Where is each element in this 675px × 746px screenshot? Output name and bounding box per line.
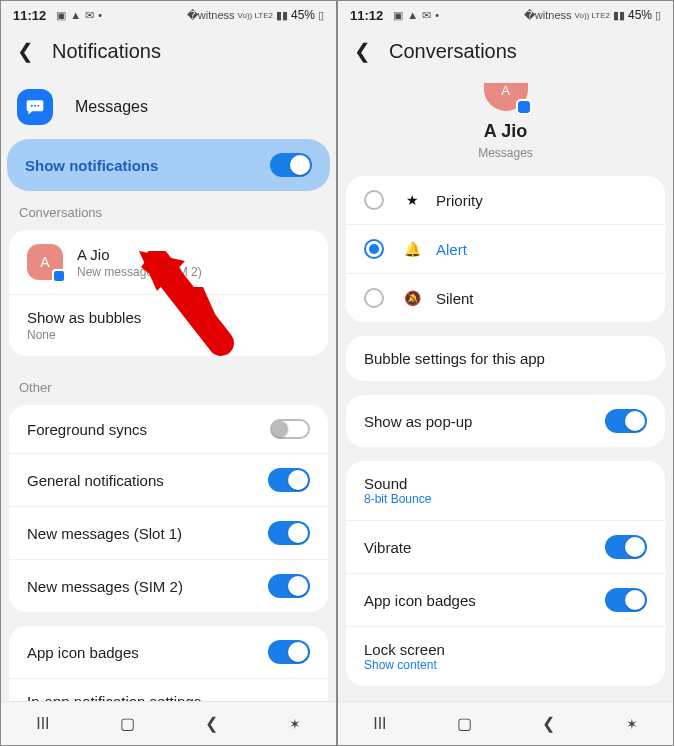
general-notifications-toggle[interactable] <box>268 468 310 492</box>
slot1-row[interactable]: New messages (Slot 1) <box>9 506 328 559</box>
recents-button[interactable]: III <box>36 715 49 733</box>
status-bar: 11:12 ▣ ▲ ✉ • �witness Vo)) LTE2 ▮▮ 45% … <box>338 1 673 29</box>
section-other: Other <box>1 366 336 401</box>
alert-option[interactable]: 🔔 Alert <box>346 224 665 273</box>
foreground-syncs-row[interactable]: Foreground syncs <box>9 405 328 453</box>
conversation-hero: A A Jio Messages <box>338 79 673 172</box>
bubble-settings-row[interactable]: Bubble settings for this app <box>346 336 665 381</box>
alert-radio[interactable] <box>364 239 384 259</box>
app-icon-badges-row[interactable]: App icon badges <box>9 626 328 678</box>
lock-row[interactable]: Lock screen Show content <box>346 626 665 686</box>
badges-row[interactable]: App icon badges <box>346 573 665 626</box>
svg-point-1 <box>34 105 36 107</box>
phone-left: 11:12 ▣ ▲ ✉ • �witness Vo)) LTE2 ▮▮ 45% … <box>0 0 337 746</box>
nav-bar: III ▢ ❮ ✶ <box>338 701 673 745</box>
back-icon[interactable]: ❮ <box>354 39 371 63</box>
clock: 11:12 <box>13 8 46 23</box>
slot1-toggle[interactable] <box>268 521 310 545</box>
conversation-row[interactable]: A A Jio New messages (SIM 2) <box>9 230 328 294</box>
header: ❮ Conversations <box>338 29 673 79</box>
avatar-badge-icon <box>52 269 66 283</box>
other-card: Foreground syncs General notifications N… <box>9 405 328 612</box>
bell-off-icon: 🔕 <box>402 290 422 306</box>
header: ❮ Notifications <box>1 29 336 79</box>
general-notifications-row[interactable]: General notifications <box>9 453 328 506</box>
popup-row[interactable]: Show as pop-up <box>346 395 665 447</box>
avatar: A <box>27 244 63 280</box>
priority-radio[interactable] <box>364 190 384 210</box>
slot1-label: New messages (Slot 1) <box>27 525 268 542</box>
vibrate-toggle[interactable] <box>605 535 647 559</box>
foreground-syncs-label: Foreground syncs <box>27 421 270 438</box>
sim2-toggle[interactable] <box>268 574 310 598</box>
more-icon: • <box>435 9 439 21</box>
battery-text: 45% <box>291 8 315 22</box>
popup-card: Show as pop-up <box>346 395 665 447</box>
vibrate-row[interactable]: Vibrate <box>346 520 665 573</box>
back-button[interactable]: ❮ <box>542 714 555 733</box>
popup-label: Show as pop-up <box>364 413 605 430</box>
priority-label: Priority <box>436 192 647 209</box>
net-label: Vo)) LTE2 <box>575 11 610 20</box>
sound-row[interactable]: Sound 8-bit Bounce <box>346 461 665 520</box>
phone-right: 11:12 ▣ ▲ ✉ • �witness Vo)) LTE2 ▮▮ 45% … <box>337 0 674 746</box>
general-notifications-label: General notifications <box>27 472 268 489</box>
notif-icon: ▣ <box>56 9 66 22</box>
bubble-settings-card: Bubble settings for this app <box>346 336 665 381</box>
accessibility-button[interactable]: ✶ <box>626 716 638 732</box>
priority-option[interactable]: ★ Priority <box>346 176 665 224</box>
battery-icon: ▯ <box>318 9 324 22</box>
conversation-name: A Jio <box>77 246 310 263</box>
alert-options-card: ★ Priority 🔔 Alert 🔕 Silent <box>346 176 665 322</box>
signal-icon: ▮▮ <box>276 9 288 22</box>
show-notifications-toggle[interactable] <box>270 153 312 177</box>
badges-toggle[interactable] <box>605 588 647 612</box>
conversation-sub: New messages (SIM 2) <box>77 265 310 279</box>
signal-icon: ▮▮ <box>613 9 625 22</box>
svg-point-2 <box>37 105 39 107</box>
notif-icon: ▲ <box>70 9 81 21</box>
page-title: Notifications <box>52 40 161 63</box>
show-bubbles-row[interactable]: Show as bubbles None <box>9 294 328 356</box>
back-icon[interactable]: ❮ <box>17 39 34 63</box>
app-name: Messages <box>75 98 148 116</box>
bubble-settings-label: Bubble settings for this app <box>364 350 647 367</box>
back-button[interactable]: ❮ <box>205 714 218 733</box>
sim2-row[interactable]: New messages (SIM 2) <box>9 559 328 612</box>
app-icon-badges-toggle[interactable] <box>268 640 310 664</box>
badges-label: App icon badges <box>364 592 605 609</box>
show-bubbles-label: Show as bubbles <box>27 309 310 326</box>
bell-icon: 🔔 <box>402 241 422 257</box>
home-button[interactable]: ▢ <box>457 714 472 733</box>
show-bubbles-sub: None <box>27 328 310 342</box>
wifi-icon: �witness <box>524 9 572 22</box>
show-notifications-row[interactable]: Show notifications <box>7 139 330 191</box>
app-row[interactable]: Messages <box>1 79 336 139</box>
notif-icon: ✉ <box>422 9 431 22</box>
popup-toggle[interactable] <box>605 409 647 433</box>
status-bar: 11:12 ▣ ▲ ✉ • �witness Vo)) LTE2 ▮▮ 45% … <box>1 1 336 29</box>
avatar: A <box>484 83 528 111</box>
alert-label: Alert <box>436 241 647 258</box>
section-conversations: Conversations <box>1 191 336 226</box>
battery-icon: ▯ <box>655 9 661 22</box>
lock-value: Show content <box>364 658 647 672</box>
sound-value: 8-bit Bounce <box>364 492 647 506</box>
clock: 11:12 <box>350 8 383 23</box>
star-icon: ★ <box>402 192 422 208</box>
silent-radio[interactable] <box>364 288 384 308</box>
wifi-icon: �witness <box>187 9 235 22</box>
net-label: Vo)) LTE2 <box>238 11 273 20</box>
recents-button[interactable]: III <box>373 715 386 733</box>
sound-label: Sound <box>364 475 647 492</box>
battery-text: 45% <box>628 8 652 22</box>
accessibility-button[interactable]: ✶ <box>289 716 301 732</box>
home-button[interactable]: ▢ <box>120 714 135 733</box>
foreground-syncs-toggle[interactable] <box>270 419 310 439</box>
avatar-badge-icon <box>516 99 532 115</box>
notif-icon: ✉ <box>85 9 94 22</box>
notif-icon: ▲ <box>407 9 418 21</box>
vibrate-label: Vibrate <box>364 539 605 556</box>
silent-option[interactable]: 🔕 Silent <box>346 273 665 322</box>
more-icon: • <box>98 9 102 21</box>
